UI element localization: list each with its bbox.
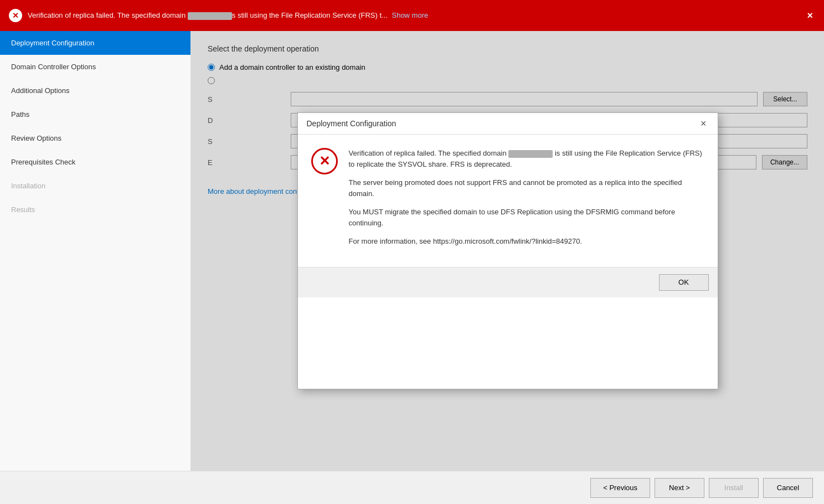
bottom-bar: < Previous Next > Install Cancel [0,471,824,504]
error-icon [311,148,338,174]
dialog-message-1: Verification of replica failed. The spec… [349,148,704,169]
sidebar-item-prerequisites-check[interactable]: Prerequisites Check [0,150,190,174]
dialog-message: Verification of replica failed. The spec… [349,148,704,247]
sidebar-item-installation: Installation [0,174,190,198]
sidebar: Deployment Configuration Domain Controll… [0,31,191,471]
sidebar-item-review-options[interactable]: Review Options [0,126,190,150]
sidebar-item-paths[interactable]: Paths [0,102,190,126]
redacted-domain-2 [508,150,553,158]
dialog-message-3: You MUST migrate the specified domain to… [349,207,704,228]
dialog-title: Deployment Configuration [307,119,396,128]
sidebar-item-deployment-configuration[interactable]: Deployment Configuration [0,31,190,55]
banner-close-button[interactable]: × [805,10,815,22]
dialog-header: Deployment Configuration × [298,113,718,135]
dialog-footer: OK [298,267,718,297]
previous-button[interactable]: < Previous [590,478,650,498]
redacted-domain [188,12,232,20]
error-banner-icon [9,9,22,22]
install-button[interactable]: Install [709,478,759,498]
content-area: Select the deployment operation Add a do… [191,31,824,471]
sidebar-item-domain-controller-options[interactable]: Domain Controller Options [0,55,190,79]
main-container: Deployment Configuration Domain Controll… [0,31,824,471]
dialog-close-button[interactable]: × [698,119,709,128]
error-banner-text: Verification of replica failed. The spec… [28,11,799,20]
cancel-button[interactable]: Cancel [763,478,813,498]
dialog-body: Verification of replica failed. The spec… [298,135,718,256]
sidebar-item-results: Results [0,198,190,222]
error-banner: Verification of replica failed. The spec… [0,0,824,31]
dialog-message-2: The server being promoted does not suppo… [349,177,704,199]
dialog-ok-button[interactable]: OK [659,274,709,291]
next-button[interactable]: Next > [655,478,704,498]
modal-overlay: Deployment Configuration × Verification … [191,31,824,471]
dialog-message-4: For more information, see https://go.mic… [349,236,704,247]
dialog-box: Deployment Configuration × Verification … [297,112,718,389]
sidebar-item-additional-options[interactable]: Additional Options [0,79,190,102]
show-more-link[interactable]: Show more [392,11,428,19]
